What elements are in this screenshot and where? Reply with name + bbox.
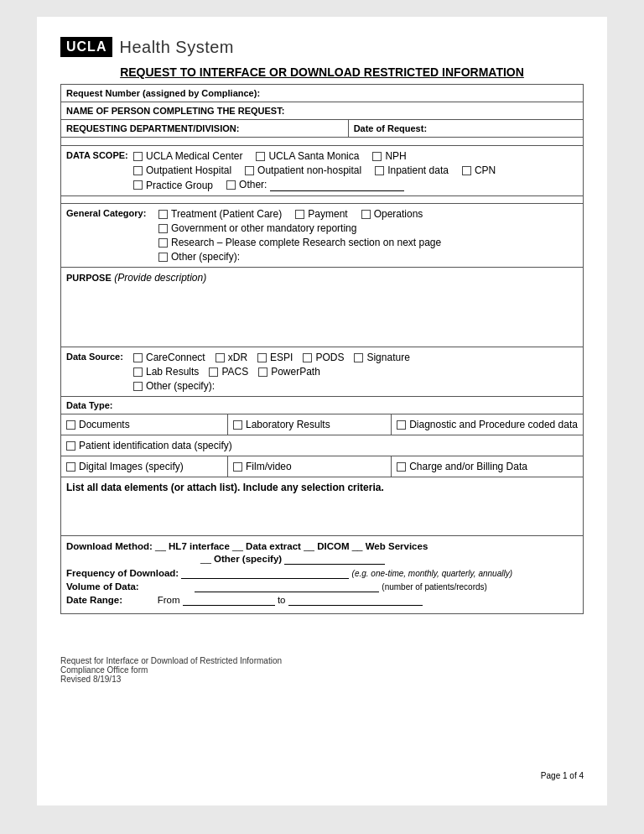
other-specify-line: __ Other (specify) [200, 554, 578, 565]
date-range-label: Date Range: [66, 595, 122, 605]
general-category-row: General Category: Treatment (Patient Car… [61, 204, 584, 268]
from-field[interactable] [183, 595, 275, 606]
data-type-row3: Digital Images (specify) Film/video Char… [61, 456, 584, 477]
list-section: List all data elements (or attach list).… [60, 477, 584, 536]
cb-signature: Signature [354, 352, 409, 363]
web-services-label: Web Services [366, 541, 428, 551]
cb-box[interactable] [209, 367, 218, 377]
purpose-hint: (Provide description) [114, 272, 206, 284]
cb-box[interactable] [397, 420, 406, 430]
cb-box[interactable] [233, 462, 242, 472]
cb-box[interactable] [66, 441, 75, 451]
cb-inpatient: Inpatient data [375, 164, 449, 176]
data-type-label: Data Type: [66, 400, 112, 410]
data-type-row1: Documents Laboratory Results Diagnostic … [61, 414, 584, 435]
cb-box[interactable] [462, 166, 471, 175]
date-label: Date of Request: [354, 123, 427, 133]
cb-box[interactable] [66, 462, 75, 472]
dept-label: REQUESTING DEPARTMENT/DIVISION: [66, 123, 239, 133]
cb-practice-group: Practice Group [133, 179, 213, 191]
cb-powerpath: PowerPath [258, 366, 320, 378]
cb-box[interactable] [158, 224, 168, 233]
dt-billing: Charge and/or Billing Data [392, 456, 584, 477]
cb-box[interactable] [303, 353, 312, 362]
cb-box[interactable] [233, 420, 242, 430]
data-source-label: Data Source: [66, 352, 133, 362]
from-label: From [158, 595, 180, 605]
cb-box[interactable] [158, 238, 168, 248]
cb-pacs: PACS [209, 366, 248, 378]
data-type-label-row: Data Type: [61, 397, 584, 414]
cb-box[interactable] [295, 210, 304, 219]
frequency-field[interactable] [181, 568, 349, 579]
cb-xdr: xDR [216, 352, 247, 363]
cb-box[interactable] [133, 353, 143, 362]
cb-nph: NPH [372, 150, 406, 162]
cb-research: Research – Please complete Research sect… [158, 237, 578, 248]
list-label: List all data elements (or attach list).… [66, 482, 384, 493]
name-row: NAME OF PERSON COMPLETING THE REQUEST: [61, 102, 584, 120]
other-specify-field[interactable] [284, 554, 385, 565]
data-type-row2: Patient identification data (specify) [61, 435, 584, 456]
cb-box[interactable] [372, 152, 382, 161]
cb-payment: Payment [295, 208, 347, 220]
cb-ucla-medical: UCLA Medical Center [133, 150, 242, 162]
cb-box[interactable] [133, 367, 143, 377]
cb-other-source: Other (specify): [133, 380, 578, 392]
cb-box[interactable] [257, 353, 267, 362]
cb-espi: ESPI [257, 352, 293, 363]
download-method-line: Download Method: __ HL7 interface __ Dat… [66, 541, 578, 551]
download-section: Download Method: __ HL7 interface __ Dat… [60, 536, 584, 614]
to-label: to [278, 595, 286, 605]
volume-label: Volume of Data: [66, 581, 139, 592]
cb-box[interactable] [66, 420, 75, 430]
cb-box[interactable] [245, 166, 254, 175]
hl7-label: HL7 interface [169, 541, 230, 551]
cb-box[interactable] [158, 210, 168, 219]
dt-lab-results: Laboratory Results [227, 414, 391, 435]
cb-box[interactable] [216, 353, 225, 362]
page-title: REQUEST TO INTERFACE OR DOWNLOAD RESTRIC… [60, 62, 584, 82]
frequency-label: Frequency of Download: [66, 568, 179, 578]
footer: Request for Interface or Download of Res… [60, 656, 584, 684]
cb-box[interactable] [361, 210, 371, 219]
page: UCLA Health System REQUEST TO INTERFACE … [37, 17, 607, 805]
dept-date-row: REQUESTING DEPARTMENT/DIVISION: Date of … [61, 120, 584, 138]
spacer-row [61, 138, 584, 146]
cb-lab-results: Lab Results [133, 366, 199, 378]
cb-box[interactable] [133, 166, 143, 175]
date-range-line: Date Range: From to [66, 595, 578, 606]
cb-box[interactable] [133, 152, 143, 161]
volume-line: Volume of Data: (number of patients/reco… [66, 581, 578, 592]
cb-box[interactable] [354, 353, 363, 362]
data-extract-label: Data extract [246, 541, 301, 551]
cb-box[interactable] [133, 180, 143, 190]
cb-box[interactable] [258, 367, 267, 377]
cb-box[interactable] [397, 462, 406, 472]
cb-box[interactable] [375, 166, 384, 175]
general-category-label: General Category: [66, 208, 158, 218]
cb-pods: PODS [303, 352, 344, 363]
volume-field[interactable] [195, 581, 379, 592]
spacer2 [61, 196, 584, 204]
dicom-label: DICOM [317, 541, 349, 551]
cb-box[interactable] [256, 152, 265, 161]
cb-box[interactable] [158, 253, 168, 262]
cb-outpatient-hosp: Outpatient Hospital [133, 164, 231, 176]
cb-box[interactable] [133, 382, 143, 391]
other-specify-label: Other (specify) [214, 554, 282, 564]
cb-box[interactable] [226, 180, 236, 190]
volume-hint: (number of patients/records) [382, 582, 487, 592]
frequency-hint: (e.g. one-time, monthly, quarterly, annu… [352, 569, 512, 578]
cb-outpatient-non-hosp: Outpatient non-hospital [245, 164, 361, 176]
to-field[interactable] [288, 595, 423, 606]
form-table: Request Number (assigned by Compliance):… [60, 84, 584, 414]
page-number: Page 1 of 4 [541, 771, 584, 780]
footer-line1: Request for Interface or Download of Res… [60, 656, 584, 665]
health-system-text: Health System [119, 38, 234, 57]
cb-other-category: Other (specify): [158, 251, 578, 263]
cb-treatment: Treatment (Patient Care) [158, 208, 282, 220]
data-scope-row: DATA SCOPE: UCLA Medical Center UCLA San… [61, 146, 584, 196]
name-label: NAME OF PERSON COMPLETING THE REQUEST: [66, 106, 284, 116]
dt-patient-id: Patient identification data (specify) [61, 435, 584, 456]
